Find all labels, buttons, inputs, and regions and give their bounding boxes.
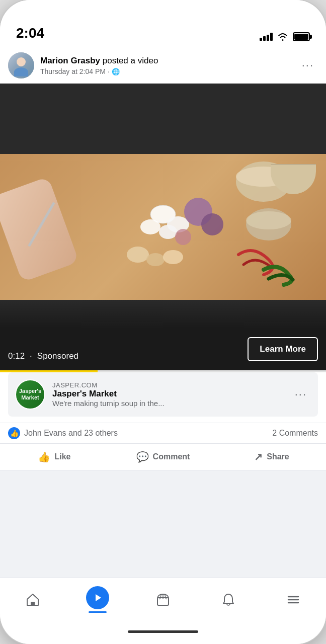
comment-label: Comment [153,452,190,461]
home-icon [26,593,40,607]
like-button[interactable]: 👍 Like [0,446,109,468]
svg-point-6 [140,219,160,234]
home-indicator [128,630,198,633]
reactions-text[interactable]: John Evans and 23 others [24,429,118,438]
ad-more-options-button[interactable]: ··· [291,386,311,403]
comment-button[interactable]: 💬 Comment [109,446,217,468]
comments-count[interactable]: 2 Comments [272,429,318,438]
battery-icon [293,32,310,41]
learn-more-button[interactable]: Learn More [248,337,318,361]
globe-icon: 🌐 [112,68,120,75]
svg-point-7 [159,225,177,239]
video-scene [0,154,326,300]
svg-marker-15 [96,594,101,601]
wifi-icon [277,32,289,41]
like-label: Like [54,452,70,461]
nav-menu[interactable] [261,591,326,609]
post-timestamp: Thursday at 2:04 PM · 🌐 [40,67,158,75]
video-overlay: 0:12 · Sponsored Learn More [0,330,326,370]
share-button[interactable]: ↗ Share [217,446,326,468]
nav-active-indicator [89,611,107,613]
signal-icon [260,33,273,41]
status-icons [260,32,310,41]
svg-point-9 [201,213,223,235]
phone-notch [123,0,203,18]
action-buttons: 👍 Like 💬 Comment ↗ Share [0,444,326,470]
menu-icon [286,593,300,607]
svg-point-12 [146,253,165,266]
bell-icon [221,593,235,607]
nav-marketplace[interactable] [130,591,196,609]
post-meta: Marion Grasby posted a video Thursday at… [40,55,158,75]
sponsored-label: Sponsored [37,351,78,361]
nav-home[interactable] [0,591,65,609]
more-options-button[interactable]: ··· [298,57,318,74]
bottom-nav [0,578,326,619]
svg-point-10 [175,229,191,245]
status-time: 2:04 [16,25,44,41]
video-timer: 0:12 [8,351,25,361]
avatar[interactable] [8,52,34,78]
video-top-dark [0,84,326,154]
phone-frame: 2:04 [0,0,326,644]
post-card: Marion Grasby posted a video Thursday at… [0,45,326,470]
share-icon: ↗ [254,451,263,463]
svg-point-13 [163,250,183,264]
ad-logo: Jasper'sMarket [15,379,45,410]
svg-point-3 [246,211,291,229]
svg-point-11 [127,247,149,263]
video-nav-button[interactable] [86,586,109,609]
ad-name[interactable]: Jasper's Market [52,389,165,399]
video-progress-bar[interactable] [0,370,326,372]
nav-video[interactable] [65,584,131,615]
ad-card[interactable]: Jasper'sMarket JASPER.COM Jasper's Marke… [8,372,318,417]
share-label: Share [267,452,289,461]
ad-description: We're making turnip soup in the... [52,399,165,408]
phone-bottom-bar [0,619,326,644]
reactions-bar: 👍 John Evans and 23 others 2 Comments [0,423,326,444]
video-progress-fill [0,370,98,372]
marketplace-icon [156,593,170,607]
like-badge: 👍 [8,427,20,439]
svg-rect-14 [31,602,35,605]
video-container[interactable]: 0:12 · Sponsored Learn More [0,84,326,370]
comment-icon: 💬 [136,451,149,463]
content-area: Marion Grasby posted a video Thursday at… [0,45,326,578]
like-icon: 👍 [38,451,50,463]
nav-notifications[interactable] [196,591,261,609]
ad-domain: JASPER.COM [52,381,165,389]
post-action-text: posted a video [103,56,158,65]
post-header: Marion Grasby posted a video Thursday at… [0,45,326,84]
video-dot: · [30,351,32,361]
post-author-name[interactable]: Marion Grasby [40,56,100,65]
